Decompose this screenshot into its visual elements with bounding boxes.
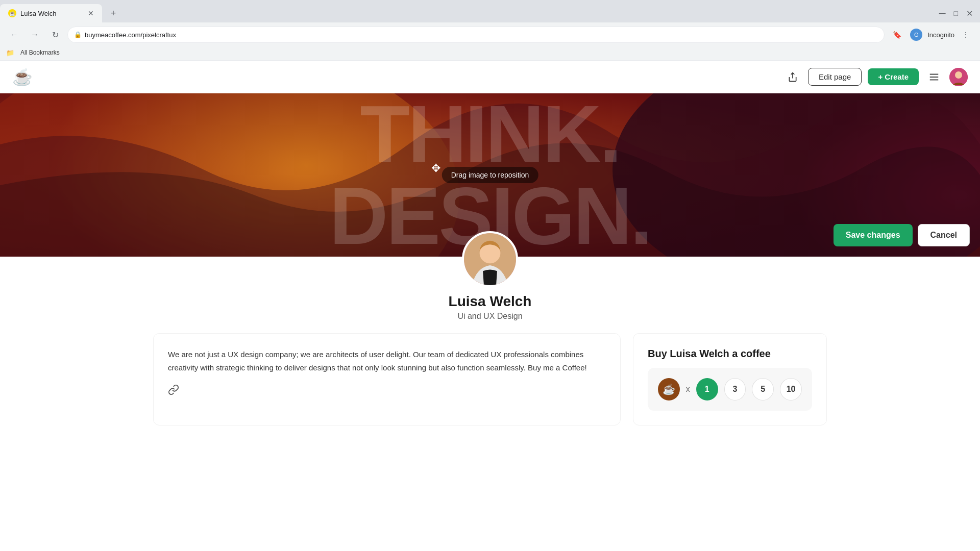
drag-cursor-icon: ✥ <box>431 162 440 175</box>
edit-page-button[interactable]: Edit page <box>808 68 862 86</box>
toolbar-actions: 🔖 G Incognito ⋮ <box>889 27 974 43</box>
minimize-button[interactable]: ─ <box>936 8 949 19</box>
profile-menu-button[interactable]: G <box>908 27 924 43</box>
profile-name: Luisa Welch <box>449 293 532 310</box>
about-panel: We are not just a UX design company; we … <box>153 333 621 425</box>
maximize-button[interactable]: □ <box>951 9 961 17</box>
profile-avatar-container <box>462 231 518 287</box>
profile-avatar <box>462 231 518 287</box>
bookmark-folder-icon: 📁 <box>6 49 14 57</box>
link-icon[interactable] <box>168 384 606 398</box>
coffee-cup-icon: ☕ <box>658 378 680 400</box>
coffee-quantity-selector: ☕ x 1 3 5 10 <box>648 368 812 411</box>
svg-point-5 <box>955 71 962 79</box>
all-bookmarks-item[interactable]: All Bookmarks <box>17 48 63 57</box>
coffee-logo-icon: ☕ <box>12 67 33 87</box>
banner-action-buttons: Save changes Cancel <box>834 224 970 246</box>
buy-coffee-title: Buy Luisa Welch a coffee <box>648 348 812 360</box>
close-window-button[interactable]: ✕ <box>963 9 976 18</box>
quantity-10-button[interactable]: 10 <box>780 378 802 400</box>
browser-chrome: ☕ Luisa Welch ✕ + ─ □ ✕ ← → ↻ 🔒 buymeaco… <box>0 0 980 61</box>
extensions-button[interactable]: ⋮ <box>958 27 974 43</box>
app-wrapper: ☕ Edit page + Create <box>0 61 980 425</box>
quantity-3-button[interactable]: 3 <box>724 378 746 400</box>
buy-prefix: Buy <box>648 348 667 359</box>
quantity-5-button[interactable]: 5 <box>752 378 774 400</box>
header-actions: Edit page + Create <box>783 68 968 86</box>
hamburger-menu-button[interactable] <box>925 68 943 86</box>
drag-hint: Drag image to reposition <box>442 167 538 183</box>
refresh-button[interactable]: ↻ <box>47 27 63 43</box>
profile-section: Luisa Welch Ui and UX Design <box>0 257 980 333</box>
url-text: buymeacoffee.com/pixelcraftux <box>85 31 176 39</box>
back-button[interactable]: ← <box>6 27 22 43</box>
tab-bar: ☕ Luisa Welch ✕ + ─ □ ✕ <box>0 0 980 22</box>
app-logo: ☕ <box>12 67 33 87</box>
browser-toolbar: ← → ↻ 🔒 buymeacoffee.com/pixelcraftux 🔖 … <box>0 22 980 47</box>
buy-suffix: a coffee <box>732 348 771 359</box>
active-tab[interactable]: ☕ Luisa Welch ✕ <box>0 4 102 22</box>
tab-favicon: ☕ <box>8 9 16 17</box>
buy-coffee-panel: Buy Luisa Welch a coffee ☕ x 1 3 5 10 <box>633 333 827 425</box>
window-controls: ─ □ ✕ <box>936 8 980 19</box>
app-header: ☕ Edit page + Create <box>0 61 980 93</box>
create-button[interactable]: + Create <box>868 68 919 85</box>
bookmarks-bar: 📁 All Bookmarks <box>0 47 980 61</box>
cancel-button[interactable]: Cancel <box>918 224 970 246</box>
creator-name-highlight: Luisa Welch <box>670 348 729 359</box>
incognito-label: Incognito <box>927 31 954 39</box>
save-changes-button[interactable]: Save changes <box>834 224 913 246</box>
profile-subtitle: Ui and UX Design <box>457 312 522 321</box>
multiplier-label: x <box>686 385 690 394</box>
quantity-1-button[interactable]: 1 <box>696 378 718 400</box>
new-tab-button[interactable]: + <box>106 6 120 20</box>
bookmark-icon-button[interactable]: 🔖 <box>889 27 905 43</box>
tab-title: Luisa Welch <box>20 10 84 17</box>
close-tab-button[interactable]: ✕ <box>88 9 94 17</box>
address-bar[interactable]: 🔒 buymeacoffee.com/pixelcraftux <box>67 27 885 43</box>
user-avatar[interactable] <box>949 68 968 86</box>
lock-icon: 🔒 <box>74 31 82 38</box>
main-content: We are not just a UX design company; we … <box>0 333 980 425</box>
share-button[interactable] <box>783 68 802 86</box>
forward-button[interactable]: → <box>27 27 43 43</box>
about-text: We are not just a UX design company; we … <box>168 348 606 374</box>
